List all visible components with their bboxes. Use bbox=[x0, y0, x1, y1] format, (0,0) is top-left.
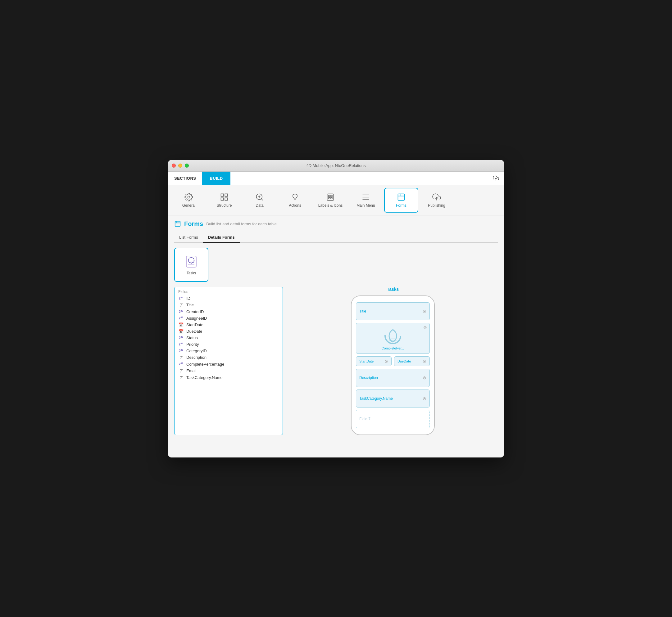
phone-field-title-close[interactable]: ⊗ bbox=[423, 309, 427, 314]
tasks-card-icon bbox=[184, 254, 199, 269]
maximize-button[interactable] bbox=[185, 164, 189, 168]
toolbar-publishing-label: Publishing bbox=[428, 203, 445, 208]
close-button[interactable] bbox=[172, 164, 176, 168]
toolbar: General Structure Data bbox=[168, 185, 504, 215]
phone-field-taskcategory[interactable]: TaskCategory.Name ⊗ bbox=[356, 390, 430, 408]
toolbar-publishing[interactable]: Publishing bbox=[419, 188, 454, 213]
phone-big-label: CompletePer... bbox=[382, 346, 404, 350]
phone-field-startdate[interactable]: StartDate ⊗ bbox=[356, 356, 391, 366]
window-title: 4D Mobile App: NtoOneRelations bbox=[307, 163, 366, 168]
nav-bar: SECTIONS BUILD bbox=[168, 172, 504, 185]
phone-field-startdate-close[interactable]: ⊗ bbox=[384, 359, 388, 364]
field-icon-date1: 📅 bbox=[178, 323, 184, 327]
field-taskcategory-name[interactable]: T TaskCategory.Name bbox=[175, 374, 283, 381]
toolbar-labels-icons-label: Labels & Icons bbox=[318, 203, 343, 208]
phone-field-dates-row: StartDate ⊗ DueDate ⊗ bbox=[356, 356, 430, 366]
phone-field-taskcategory-close[interactable]: ⊗ bbox=[423, 396, 427, 401]
svg-rect-18 bbox=[398, 194, 404, 200]
form-card-tasks[interactable]: Tasks bbox=[174, 248, 208, 282]
svg-point-29 bbox=[385, 328, 400, 344]
svg-rect-10 bbox=[327, 194, 334, 200]
field-icon-txt: T bbox=[178, 302, 184, 307]
svg-rect-3 bbox=[225, 194, 227, 196]
app-window: 4D Mobile App: NtoOneRelations SECTIONS … bbox=[168, 160, 504, 457]
field-icon-txt2: T bbox=[178, 355, 184, 360]
toolbar-forms[interactable]: Forms bbox=[384, 188, 418, 213]
svg-rect-11 bbox=[329, 195, 330, 197]
field-categoryid[interactable]: 232 CategoryID bbox=[175, 348, 283, 354]
forms-header-icon bbox=[174, 220, 181, 227]
phone-field-description-close[interactable]: ⊗ bbox=[423, 375, 427, 380]
fields-panel: Fields 232 ID T Title 232 CreatorID 232 … bbox=[174, 287, 283, 435]
fields-header: Fields bbox=[175, 287, 283, 295]
svg-rect-2 bbox=[221, 194, 223, 196]
svg-rect-13 bbox=[329, 197, 330, 199]
field-creatorid[interactable]: 232 CreatorID bbox=[175, 308, 283, 315]
field-icon-num: 232 bbox=[178, 296, 184, 300]
svg-line-7 bbox=[261, 199, 263, 200]
form-card-tasks-label: Tasks bbox=[187, 271, 196, 275]
toolbar-actions[interactable]: Actions bbox=[278, 188, 312, 213]
preview-panel: Tasks Title ⊗ ⊗ bbox=[288, 287, 498, 435]
field-priority[interactable]: 232 Priority bbox=[175, 341, 283, 348]
tab-details-forms[interactable]: Details Forms bbox=[203, 232, 240, 243]
phone-field-duedate-close[interactable]: ⊗ bbox=[423, 359, 427, 364]
phone-field-title[interactable]: Title ⊗ bbox=[356, 302, 430, 321]
phone-big-close[interactable]: ⊗ bbox=[423, 325, 427, 330]
field-icon-txt3: T bbox=[178, 368, 184, 373]
field-completepercentage[interactable]: 232 CompletePercentage bbox=[175, 361, 283, 368]
svg-point-1 bbox=[188, 196, 190, 198]
title-bar: 4D Mobile App: NtoOneRelations bbox=[168, 160, 504, 172]
svg-rect-12 bbox=[331, 195, 332, 197]
toolbar-data[interactable]: Data bbox=[242, 188, 277, 213]
window-controls bbox=[172, 164, 189, 168]
minimize-button[interactable] bbox=[178, 164, 182, 168]
field-icon-num3: 232 bbox=[178, 316, 184, 320]
nav-sections[interactable]: SECTIONS bbox=[168, 172, 202, 185]
phone-field-duedate[interactable]: DueDate ⊗ bbox=[394, 356, 430, 366]
svg-rect-22 bbox=[175, 221, 180, 227]
preview-title: Tasks bbox=[387, 287, 399, 292]
nav-upload[interactable] bbox=[488, 172, 504, 185]
forms-title: Forms bbox=[184, 220, 203, 227]
field-icon-num7: 232 bbox=[178, 362, 184, 366]
field-email[interactable]: T Email bbox=[175, 368, 283, 374]
field-id[interactable]: 232 ID bbox=[175, 295, 283, 302]
forms-subtitle: Build list and detail forms for each tab… bbox=[206, 222, 277, 226]
field-icon-num6: 232 bbox=[178, 349, 184, 353]
field-icon-num5: 232 bbox=[178, 342, 184, 346]
tab-list-forms[interactable]: List Forms bbox=[174, 232, 203, 243]
forms-header: Forms Build list and detail forms for ea… bbox=[174, 220, 498, 227]
field-icon-num4: 232 bbox=[178, 336, 184, 340]
field-icon-num2: 232 bbox=[178, 310, 184, 314]
phone-frame: Title ⊗ ⊗ CompletePer... bbox=[351, 295, 435, 435]
field-title[interactable]: T Title bbox=[175, 302, 283, 308]
field-icon-date2: 📅 bbox=[178, 329, 184, 334]
toolbar-labels-icons[interactable]: Labels & Icons bbox=[313, 188, 347, 213]
toolbar-structure[interactable]: Structure bbox=[207, 188, 241, 213]
field-duedate[interactable]: 📅 DueDate bbox=[175, 328, 283, 335]
field-description[interactable]: T Description bbox=[175, 354, 283, 361]
toolbar-forms-label: Forms bbox=[396, 203, 406, 208]
toolbar-main-menu[interactable]: Main Menu bbox=[349, 188, 383, 213]
complete-percentage-icon bbox=[383, 327, 402, 345]
svg-rect-5 bbox=[225, 198, 227, 200]
svg-rect-4 bbox=[221, 198, 223, 200]
toolbar-main-menu-label: Main Menu bbox=[356, 203, 375, 208]
toolbar-actions-label: Actions bbox=[289, 203, 301, 208]
phone-field-completepercentage[interactable]: ⊗ CompletePer... bbox=[356, 323, 430, 354]
field-status[interactable]: 232 Status bbox=[175, 335, 283, 341]
svg-rect-14 bbox=[331, 197, 332, 199]
forms-grid: Tasks bbox=[174, 248, 498, 282]
phone-field-7[interactable]: Field 7 bbox=[356, 410, 430, 428]
toolbar-structure-label: Structure bbox=[217, 203, 232, 208]
toolbar-data-label: Data bbox=[256, 203, 263, 208]
lower-section: Fields 232 ID T Title 232 CreatorID 232 … bbox=[174, 287, 498, 435]
toolbar-general[interactable]: General bbox=[172, 188, 206, 213]
content-area: Forms Build list and detail forms for ea… bbox=[168, 215, 504, 457]
toolbar-general-label: General bbox=[182, 203, 196, 208]
nav-build[interactable]: BUILD bbox=[202, 172, 230, 185]
field-assigneeid[interactable]: 232 AssigneeID bbox=[175, 315, 283, 322]
phone-field-description[interactable]: Description ⊗ bbox=[356, 369, 430, 387]
field-startdate[interactable]: 📅 StartDate bbox=[175, 322, 283, 328]
